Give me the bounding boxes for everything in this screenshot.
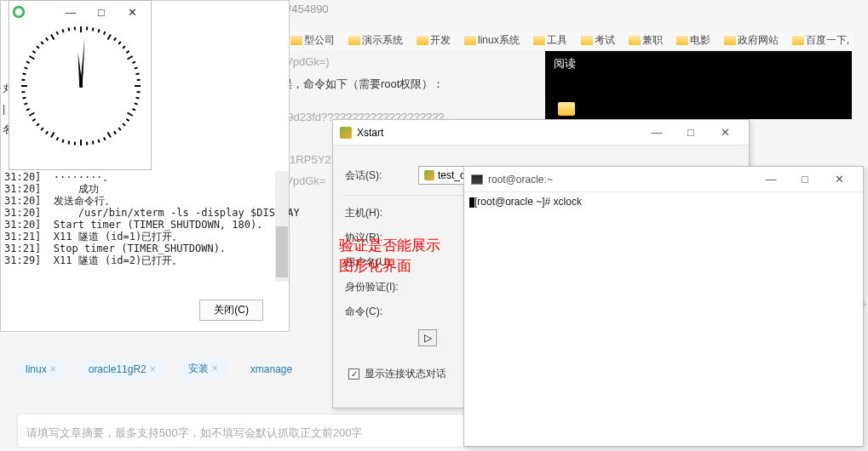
titlebar[interactable]: root@oracle:~ — □ ✕: [464, 167, 863, 192]
close-button[interactable]: ✕: [822, 168, 856, 191]
prompt: [root@oracle ~]#: [474, 196, 554, 208]
window-title: root@oracle:~: [488, 174, 553, 186]
scrollbar[interactable]: [275, 171, 289, 282]
run-button[interactable]: ▷: [418, 329, 437, 346]
xclock-window: — □ ✕: [9, 0, 152, 170]
terminal-icon: [471, 174, 483, 185]
bookmark-item[interactable]: 政府网站: [719, 33, 784, 48]
folder-icon: [629, 36, 641, 45]
right-panel-title: 阅读: [554, 57, 576, 70]
auth-label: 身份验证(I):: [345, 280, 406, 294]
command-text: xclock: [554, 196, 582, 208]
right-panel: 阅读: [545, 51, 852, 119]
bookmark-item[interactable]: 百度一下,: [787, 33, 854, 48]
folder-icon: [533, 36, 545, 45]
window-title: Xstart: [357, 127, 383, 139]
bookmark-item[interactable]: 工具: [528, 33, 572, 48]
tag-install[interactable]: 安装×: [180, 358, 227, 380]
bookmark-item[interactable]: 电影: [671, 33, 716, 48]
close-button[interactable]: ✕: [117, 2, 147, 22]
bg-hash: VpdGk=): [285, 55, 330, 68]
log-output: 31:20] ········。 31:20] 成功 31:20] 发送命令行。…: [4, 171, 277, 266]
folder-icon: [464, 36, 476, 45]
protocol-label: 协议(R):: [345, 231, 406, 245]
titlebar[interactable]: Xstart — □ ✕: [333, 120, 749, 146]
maximize-button[interactable]: □: [788, 168, 822, 191]
minimize-button[interactable]: —: [55, 2, 86, 22]
terminal-output[interactable]: [root@oracle ~]# xclock: [464, 192, 863, 212]
session-icon: [424, 170, 434, 180]
folder-icon: [792, 36, 804, 45]
bookmark-item[interactable]: 演示系统: [343, 33, 408, 48]
remove-icon[interactable]: ×: [50, 363, 56, 375]
command-label: 命令(C):: [345, 305, 406, 319]
folder-icon: [724, 36, 736, 45]
url-fragment: t/454890: [285, 3, 329, 15]
app-icon: [340, 127, 352, 139]
host-label: 主机(H):: [345, 206, 406, 220]
play-icon: ▷: [424, 332, 432, 344]
minimize-button[interactable]: —: [754, 168, 788, 191]
bookmark-item[interactable]: 兼职: [624, 33, 668, 48]
maximize-button[interactable]: □: [674, 121, 708, 145]
folder-icon: [676, 36, 688, 45]
folder-icon: [348, 36, 360, 45]
clock-face: [21, 26, 141, 146]
tag-xmanager[interactable]: xmanage: [242, 360, 301, 379]
remove-icon[interactable]: ×: [212, 363, 218, 374]
show-status-checkbox[interactable]: ✓: [348, 368, 359, 380]
bookmark-item[interactable]: linux系统: [459, 33, 525, 48]
scrollbar-thumb[interactable]: [276, 226, 288, 277]
remove-icon[interactable]: ×: [150, 363, 156, 375]
bookmark-item[interactable]: 开发: [411, 33, 456, 48]
tag-oracle[interactable]: oracle11gR2×: [80, 360, 164, 379]
tag-linux[interactable]: linux×: [17, 360, 65, 379]
username-label: 用户名(U):: [345, 255, 406, 270]
minute-hand: [80, 38, 86, 88]
bookmark-item[interactable]: 考试: [576, 33, 620, 48]
close-button[interactable]: ✕: [708, 121, 742, 145]
folder-icon: [290, 36, 302, 45]
bookmarks-bar: 型公司 演示系统 开发 linux系统 工具 考试 兼职 电影 政府网站 百度一…: [285, 31, 854, 49]
maximize-button[interactable]: □: [86, 2, 117, 22]
tags-row: linux× oracle11gR2× 安装× xmanage: [17, 358, 301, 380]
titlebar[interactable]: — □ ✕: [9, 1, 151, 23]
terminal-window: root@oracle:~ — □ ✕ [root@oracle ~]# xcl…: [463, 166, 864, 447]
clock-icon: [13, 6, 25, 18]
bg-vpd2: VpdGk=: [285, 174, 325, 187]
folder-icon: [581, 36, 593, 45]
bookmark-item[interactable]: 型公司: [285, 33, 340, 48]
folder-icon: [417, 36, 428, 45]
bg-error-text: 误，命令如下（需要root权限）：: [281, 77, 444, 92]
summary-placeholder: 请填写文章摘要，最多支持500字，如不填写会默认抓取正文前200字: [26, 426, 362, 439]
show-status-label: 显示连接状态对话: [365, 367, 446, 381]
close-button[interactable]: 关闭(C): [199, 300, 263, 321]
session-label: 会话(S):: [345, 168, 406, 183]
minimize-button[interactable]: —: [640, 121, 674, 145]
folder-icon: [558, 102, 575, 116]
